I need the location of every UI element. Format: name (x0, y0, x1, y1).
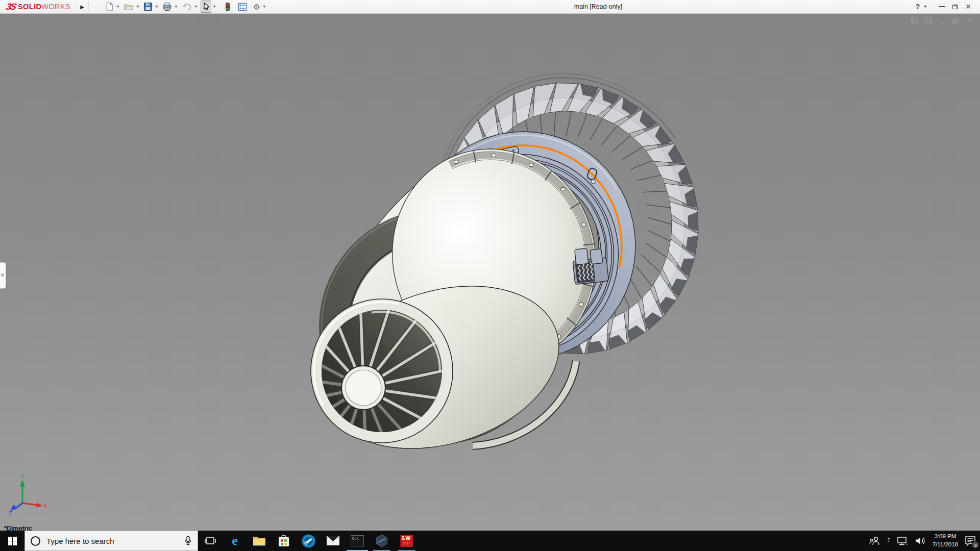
close-document-icon[interactable] (966, 17, 973, 24)
action-center-button[interactable]: 3 (965, 536, 976, 546)
new-document-dropdown[interactable] (116, 6, 119, 8)
print-icon (162, 2, 172, 11)
mail-icon (326, 536, 340, 546)
triad-y-label: Y (20, 474, 24, 480)
jet-engine-model[interactable] (0, 13, 980, 531)
restore-button[interactable] (948, 0, 962, 13)
undo-button[interactable] (181, 1, 193, 13)
performance-monitor-icon (225, 2, 231, 12)
solidworks-logo: 3S SOLIDWORKS (0, 0, 76, 13)
logo-text-works: WORKS (41, 3, 70, 11)
help-dropdown[interactable] (924, 6, 927, 8)
select-cursor-icon (202, 2, 210, 11)
save-dropdown[interactable] (155, 6, 158, 8)
view-orientation-label: *Dimetric (4, 525, 32, 531)
hexagon-app-icon (375, 534, 388, 547)
select-tool-dropdown[interactable] (213, 6, 216, 8)
open-button[interactable] (122, 1, 135, 13)
help-button[interactable]: ? (913, 0, 922, 13)
speaker-icon[interactable] (915, 536, 926, 545)
window-title: main [Read-only] (547, 0, 649, 13)
cortana-icon (31, 536, 40, 546)
tray-clock[interactable]: 3:09 PM 7/11/2018 (933, 533, 958, 548)
document-window-controls (911, 17, 973, 24)
file-explorer-button[interactable] (247, 531, 272, 551)
minimize-button[interactable] (935, 0, 948, 13)
wrench-circle-icon (302, 534, 315, 548)
gear-icon: ⚙ (253, 3, 260, 11)
tray-expand-chevron[interactable]: ⤴ (887, 537, 890, 544)
logo-text-solid: SOLID (18, 3, 41, 11)
print-button[interactable] (161, 1, 173, 13)
new-document-button[interactable] (104, 1, 115, 13)
open-dropdown[interactable] (136, 6, 139, 8)
notification-count-badge: 3 (972, 541, 979, 548)
taskbar-search-box[interactable]: Type here to search (24, 531, 198, 551)
solidworks-2017-icon: SW 2017 (400, 535, 413, 547)
save-floppy-icon (143, 2, 153, 11)
graphics-viewport[interactable]: Y X Z *Dimetric (0, 13, 980, 531)
tray-time: 3:09 PM (933, 533, 958, 541)
triad-z-label: Z (8, 510, 13, 515)
people-icon[interactable] (869, 536, 880, 545)
print-dropdown[interactable] (175, 6, 178, 8)
network-icon[interactable] (897, 536, 908, 545)
store-icon (278, 534, 290, 547)
command-prompt-icon: C:\_ (351, 535, 364, 546)
save-button[interactable] (142, 1, 154, 13)
options-dropdown[interactable] (263, 6, 266, 8)
title-bar: 3S SOLIDWORKS ▶ (0, 0, 980, 14)
edge-button[interactable]: e (223, 531, 247, 551)
edge-icon: e (228, 534, 241, 547)
orientation-triad: Y X Z (7, 474, 47, 515)
window-controls: ? ✕ (913, 0, 975, 13)
minimize-document-icon[interactable] (939, 17, 945, 24)
solidworks-logo-mark-icon: 3S (5, 2, 16, 12)
triad-x-label: X (43, 503, 47, 509)
hexagon-app-button[interactable] (370, 531, 394, 551)
task-view-icon (205, 536, 216, 546)
windows-logo-icon (8, 537, 17, 545)
command-prompt-button[interactable]: C:\_ (345, 531, 370, 551)
windows-taskbar: Type here to search e (0, 531, 980, 551)
open-folder-icon (124, 2, 134, 11)
options-button[interactable]: ⚙ (252, 2, 261, 12)
task-view-button[interactable] (198, 531, 223, 551)
mail-button[interactable] (321, 531, 345, 551)
undo-icon (182, 3, 192, 11)
store-button[interactable] (272, 531, 296, 551)
menu-expand-button[interactable]: ▶ (76, 1, 89, 12)
menu-expand-arrow-icon: ▶ (80, 4, 84, 10)
performance-monitor-button[interactable] (224, 1, 232, 13)
show-pane-left-icon[interactable] (911, 17, 918, 24)
close-button[interactable]: ✕ (962, 0, 975, 13)
system-tray: ⤴ 3:09 PM 7/11/2018 3 (869, 531, 980, 551)
microphone-icon[interactable] (184, 536, 192, 546)
quick-access-toolbar: ⚙ (104, 1, 268, 13)
undo-dropdown[interactable] (194, 6, 198, 8)
search-placeholder: Type here to search (46, 537, 178, 545)
show-pane-right-icon[interactable] (925, 17, 933, 24)
select-tool-button[interactable] (201, 1, 211, 13)
restore-document-icon[interactable] (952, 17, 960, 24)
solidworks-2017-button[interactable]: SW 2017 (394, 531, 419, 551)
tray-date: 7/11/2018 (933, 541, 958, 549)
featuremanager-flyout-tab[interactable] (0, 262, 6, 289)
design-library-icon (238, 3, 247, 11)
get-help-button[interactable] (296, 531, 321, 551)
start-button[interactable] (0, 531, 24, 551)
svg-text:e: e (232, 534, 238, 547)
new-document-icon (105, 2, 114, 11)
design-library-button[interactable] (237, 1, 248, 13)
file-explorer-icon (253, 535, 266, 546)
